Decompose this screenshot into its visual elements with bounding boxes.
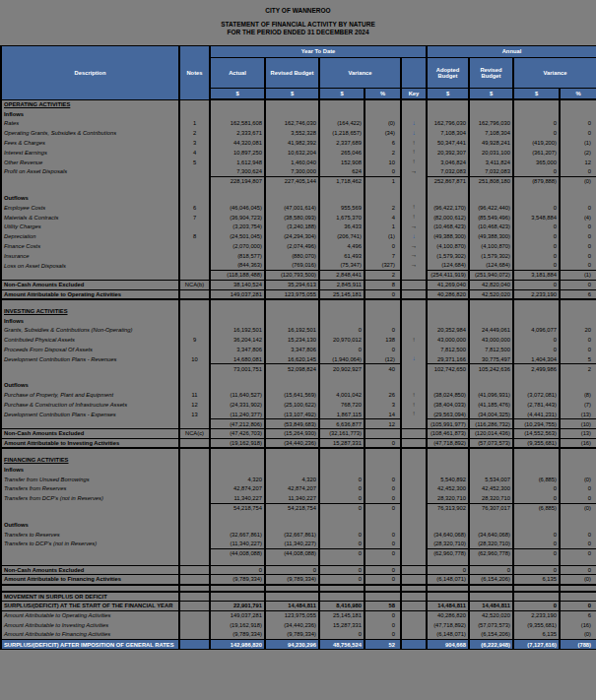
cell-ytd-variance-percent: (12) xyxy=(364,354,401,364)
cell-ytd-variance-percent: 0 xyxy=(364,241,401,251)
row-note-ref xyxy=(179,326,210,336)
cell-ytd-variance-percent: 0 xyxy=(364,503,401,513)
cell-annual-adopted-budget xyxy=(427,193,469,203)
cell-ytd-revised-budget: (53,849,683) xyxy=(265,419,319,429)
cell-annual-variance-percent: 0 xyxy=(560,119,596,129)
row-description: Proceeds From Disposal Of Assets xyxy=(1,345,179,354)
group-header-annual: Annual xyxy=(427,46,596,58)
table-row: SURPLUS/(DEFICIT) AFTER IMPOSITION OF GE… xyxy=(1,640,596,650)
row-note-ref: 7 xyxy=(179,213,210,223)
cell-ytd-variance-percent: 1 xyxy=(364,176,401,186)
variance-key-arrow-up-icon: ↑ xyxy=(401,148,427,158)
cell-ytd-actual: (11,240,377) xyxy=(210,410,265,419)
cell-annual-variance-dollar: 0 xyxy=(513,241,560,251)
cell-ytd-revised-budget: 10,632,204 xyxy=(265,148,319,158)
col-header-ytd-revised-budget: Revised Budget xyxy=(265,58,319,89)
cell-ytd-variance-dollar: 25,145,181 xyxy=(319,289,364,299)
cell-annual-variance-dollar: 2,499,986 xyxy=(513,364,560,374)
cell-ytd-revised-budget: 52,098,824 xyxy=(265,364,319,374)
cell-annual-variance-percent: (0) xyxy=(560,575,596,585)
row-description: Depreciation xyxy=(1,231,179,241)
variance-key-empty xyxy=(401,429,427,439)
cell-annual-revised-budget: 30,775,497 xyxy=(469,354,513,364)
cell-ytd-variance-dollar: 20,970,012 xyxy=(319,335,364,345)
cell-annual-adopted-budget xyxy=(427,455,469,465)
table-row: Employee Costs6(46,046,045)(47,001,614)9… xyxy=(1,203,596,213)
row-description xyxy=(1,448,179,455)
cell-ytd-revised-budget xyxy=(265,381,319,391)
row-note-ref: 5 xyxy=(179,158,210,167)
cell-ytd-variance-dollar: (1,940,064) xyxy=(319,354,364,364)
cell-ytd-revised-budget: 7,300,000 xyxy=(265,167,319,177)
cell-annual-variance-percent: 0 xyxy=(560,167,596,177)
cell-annual-adopted-budget: (28,320,710) xyxy=(427,539,469,548)
cell-annual-revised-budget: (57,073,573) xyxy=(469,438,513,448)
table-row: Loss on Asset Disposals(844,363)(769,016… xyxy=(1,261,596,271)
table-row: OPERATING ACTIVITIES xyxy=(1,99,596,109)
cell-annual-adopted-budget xyxy=(427,109,469,119)
row-description: Inflows xyxy=(1,109,179,119)
cell-annual-variance-percent: (1) xyxy=(560,138,596,148)
cell-ytd-variance-percent: 0 xyxy=(364,565,401,575)
cell-annual-variance-percent: 0 xyxy=(560,241,596,251)
table-row: Contributed Physical Assets936,204,14215… xyxy=(1,335,596,345)
cell-ytd-variance-percent xyxy=(364,585,401,592)
cell-annual-revised-budget xyxy=(469,109,513,119)
cell-ytd-variance-dollar: 36,433 xyxy=(319,223,364,232)
cell-ytd-actual xyxy=(210,455,265,465)
cell-ytd-actual: 0 xyxy=(210,565,265,575)
cell-ytd-actual: 4,320 xyxy=(210,475,265,484)
cell-annual-variance-percent: 0 xyxy=(560,280,596,289)
cell-annual-revised-budget xyxy=(469,465,513,475)
cell-annual-variance-percent: 5 xyxy=(560,354,596,364)
row-note-ref xyxy=(179,223,210,232)
cell-annual-adopted-budget: 20,392,307 xyxy=(427,148,469,158)
cell-annual-revised-budget: 7,108,304 xyxy=(469,128,513,138)
cell-ytd-revised-budget xyxy=(265,513,319,520)
row-description: Outflows xyxy=(1,193,179,203)
table-row: Amount Attributable to Operating Activit… xyxy=(1,610,596,620)
cell-annual-revised-budget: (62,960,778) xyxy=(469,548,513,558)
variance-key-empty xyxy=(401,513,427,520)
cell-ytd-actual: 54,218,754 xyxy=(210,503,265,513)
cell-ytd-variance-dollar: 48,756,524 xyxy=(319,640,364,650)
cell-annual-variance-percent: (0) xyxy=(560,475,596,484)
cell-annual-adopted-budget: 162,796,030 xyxy=(427,119,469,129)
cell-ytd-variance-dollar: (206,741) xyxy=(319,231,364,241)
cell-annual-variance-dollar: 4,096,077 xyxy=(513,326,560,336)
row-note-ref xyxy=(179,513,210,520)
table-row: (44,008,088)(44,008,088)00(62,960,778)(6… xyxy=(1,548,596,558)
variance-key-arrow-down-icon: ↓ xyxy=(401,128,427,138)
cell-annual-variance-dollar: 0 xyxy=(513,483,560,493)
unit-adopted-dollar: $ xyxy=(427,89,469,100)
cell-annual-variance-dollar: 0 xyxy=(513,335,560,345)
cell-ytd-variance-percent: 2 xyxy=(364,148,401,158)
cell-annual-adopted-budget: (1,579,302) xyxy=(427,251,469,261)
cell-ytd-revised-budget xyxy=(265,455,319,465)
cell-ytd-revised-budget: 16,192,501 xyxy=(265,326,319,336)
row-description: Utility Charges xyxy=(1,223,179,232)
table-row: Insurance(818,577)(880,070)61,4937→(1,57… xyxy=(1,251,596,261)
cell-annual-variance-percent: (1) xyxy=(560,271,596,281)
variance-key-empty xyxy=(401,558,427,565)
cell-annual-variance-percent: 0 xyxy=(560,231,596,241)
cell-annual-variance-dollar: (7,127,616) xyxy=(513,640,560,650)
row-description: Contributed Physical Assets xyxy=(1,335,179,345)
cell-ytd-actual: (19,162,918) xyxy=(210,620,265,630)
cell-ytd-actual: (3,203,754) xyxy=(210,223,265,232)
cell-ytd-revised-budget xyxy=(265,558,319,565)
cell-annual-adopted-budget xyxy=(427,585,469,592)
cell-ytd-variance-dollar xyxy=(319,374,364,381)
unit-ytd-revised-dollar: $ xyxy=(265,89,319,100)
table-row: SURPLUS/(DEFICIT) AT THE START OF THE FI… xyxy=(1,601,596,610)
cell-annual-adopted-budget: (105,991,977) xyxy=(427,419,469,429)
cell-annual-revised-budget xyxy=(469,316,513,326)
cell-ytd-actual: 11,340,227 xyxy=(210,493,265,503)
cell-ytd-revised-budget: (3,240,188) xyxy=(265,223,319,232)
row-note-ref xyxy=(179,251,210,261)
cell-annual-variance-percent: 2 xyxy=(560,364,596,374)
cell-annual-revised-budget xyxy=(469,99,513,109)
cell-ytd-actual: (11,340,227) xyxy=(210,539,265,548)
statement-body: OPERATING ACTIVITIESInflowsRates1162,581… xyxy=(1,99,596,649)
variance-key-arrow-up-icon: ↑ xyxy=(401,335,427,345)
